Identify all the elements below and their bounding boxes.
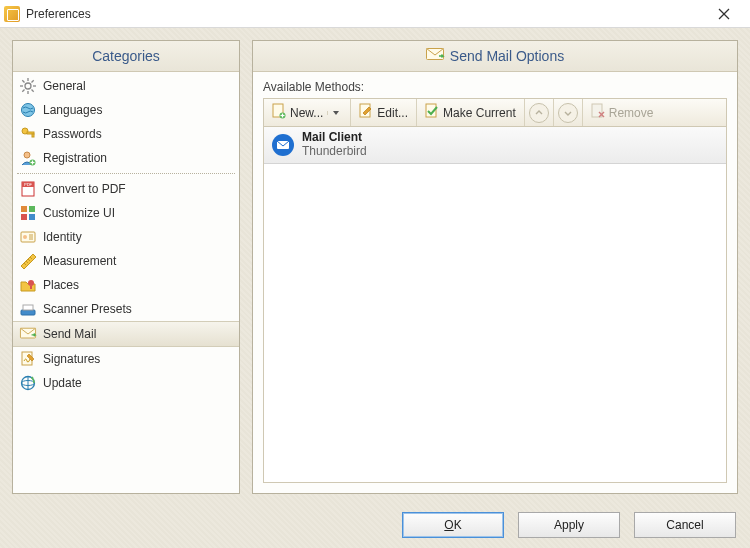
svg-rect-14: [32, 134, 34, 137]
arrow-up-icon: [529, 103, 549, 123]
category-label: Update: [43, 376, 233, 390]
scanner-icon: [19, 300, 37, 318]
category-item-passwords[interactable]: Passwords: [13, 122, 239, 146]
svg-marker-31: [21, 254, 36, 269]
update-icon: [19, 374, 37, 392]
ok-rest: K: [454, 518, 462, 532]
key-icon: [19, 125, 37, 143]
svg-line-9: [32, 80, 34, 82]
move-up-button[interactable]: [525, 99, 554, 126]
method-subtitle: Thunderbird: [302, 145, 367, 159]
svg-point-15: [24, 152, 30, 158]
category-label: Passwords: [43, 127, 233, 141]
ok-mnemonic: O: [444, 518, 453, 532]
svg-line-7: [22, 80, 24, 82]
edit-page-icon: [359, 103, 373, 122]
options-panel: Send Mail Options Available Methods:: [252, 40, 738, 494]
remove-page-icon: [591, 103, 605, 122]
make-current-button[interactable]: Make Current: [417, 99, 525, 126]
svg-rect-24: [21, 214, 27, 220]
edit-method-label: Edit...: [377, 106, 408, 120]
category-item-languages[interactable]: Languages: [13, 98, 239, 122]
id-card-icon: [19, 228, 37, 246]
svg-point-27: [23, 235, 27, 239]
options-header: Send Mail Options: [253, 41, 737, 72]
thunderbird-icon: [272, 134, 294, 156]
category-item-update[interactable]: Update: [13, 371, 239, 395]
category-item-general[interactable]: General: [13, 74, 239, 98]
arrow-down-icon: [558, 103, 578, 123]
cancel-label: Cancel: [666, 518, 703, 532]
mail-icon: [19, 325, 37, 343]
remove-method-button[interactable]: Remove: [583, 99, 662, 126]
category-item-customize-ui[interactable]: Customize UI: [13, 201, 239, 225]
options-body: Available Methods: New...: [253, 72, 737, 493]
ruler-icon: [19, 252, 37, 270]
categories-title: Categories: [92, 48, 160, 64]
mail-icon: [426, 48, 444, 65]
svg-rect-25: [29, 214, 35, 220]
category-item-send-mail[interactable]: Send Mail: [13, 321, 239, 347]
category-label: Registration: [43, 151, 233, 165]
svg-line-8: [32, 90, 34, 92]
category-label: Measurement: [43, 254, 233, 268]
method-text: Mail ClientThunderbird: [302, 131, 367, 159]
method-row[interactable]: Mail ClientThunderbird: [264, 127, 726, 164]
remove-method-label: Remove: [609, 106, 654, 120]
category-item-identity[interactable]: Identity: [13, 225, 239, 249]
category-label: General: [43, 79, 233, 93]
methods-list[interactable]: Mail ClientThunderbird: [263, 126, 727, 483]
categories-list[interactable]: GeneralLanguagesPasswordsRegistrationPDF…: [13, 72, 239, 493]
dialog-footer: OK Apply Cancel: [0, 502, 750, 548]
methods-toolbar: New... Edit...: [263, 98, 727, 126]
category-label: Convert to PDF: [43, 182, 233, 196]
categories-separator: [17, 173, 235, 174]
new-method-dropdown[interactable]: [327, 111, 342, 115]
user-add-icon: [19, 149, 37, 167]
category-item-convert-to-pdf[interactable]: PDFConvert to PDF: [13, 177, 239, 201]
svg-rect-37: [21, 310, 35, 315]
window-body: Categories GeneralLanguagesPasswordsRegi…: [0, 28, 750, 548]
squares-icon: [19, 204, 37, 222]
window-close-button[interactable]: [704, 0, 744, 28]
ok-button[interactable]: OK: [402, 512, 504, 538]
chevron-down-icon: [333, 111, 339, 115]
method-title: Mail Client: [302, 131, 367, 145]
svg-rect-22: [21, 206, 27, 212]
category-label: Identity: [43, 230, 233, 244]
make-current-label: Make Current: [443, 106, 516, 120]
svg-text:PDF: PDF: [24, 182, 33, 187]
new-method-button[interactable]: New...: [264, 99, 351, 126]
close-icon: [719, 9, 729, 19]
folder-pin-icon: [19, 276, 37, 294]
edit-method-button[interactable]: Edit...: [351, 99, 417, 126]
category-label: Signatures: [43, 352, 233, 366]
category-label: Languages: [43, 103, 233, 117]
move-down-button[interactable]: [554, 99, 583, 126]
gear-icon: [19, 77, 37, 95]
category-label: Customize UI: [43, 206, 233, 220]
apply-button[interactable]: Apply: [518, 512, 620, 538]
svg-point-36: [28, 280, 34, 286]
cancel-button[interactable]: Cancel: [634, 512, 736, 538]
svg-rect-23: [29, 206, 35, 212]
svg-point-11: [22, 104, 35, 117]
category-item-signatures[interactable]: Signatures: [13, 347, 239, 371]
category-item-places[interactable]: Places: [13, 273, 239, 297]
category-label: Places: [43, 278, 233, 292]
category-item-measurement[interactable]: Measurement: [13, 249, 239, 273]
categories-header: Categories: [13, 41, 239, 72]
options-title: Send Mail Options: [450, 48, 564, 64]
category-item-registration[interactable]: Registration: [13, 146, 239, 170]
svg-line-10: [22, 90, 24, 92]
titlebar: Preferences: [0, 0, 750, 28]
new-method-label: New...: [290, 106, 323, 120]
available-methods-label: Available Methods:: [263, 80, 727, 94]
globe-icon: [19, 101, 37, 119]
category-label: Scanner Presets: [43, 302, 233, 316]
pdf-icon: PDF: [19, 180, 37, 198]
svg-point-2: [25, 83, 31, 89]
signature-icon: [19, 350, 37, 368]
category-item-scanner-presets[interactable]: Scanner Presets: [13, 297, 239, 321]
svg-rect-38: [23, 305, 33, 310]
